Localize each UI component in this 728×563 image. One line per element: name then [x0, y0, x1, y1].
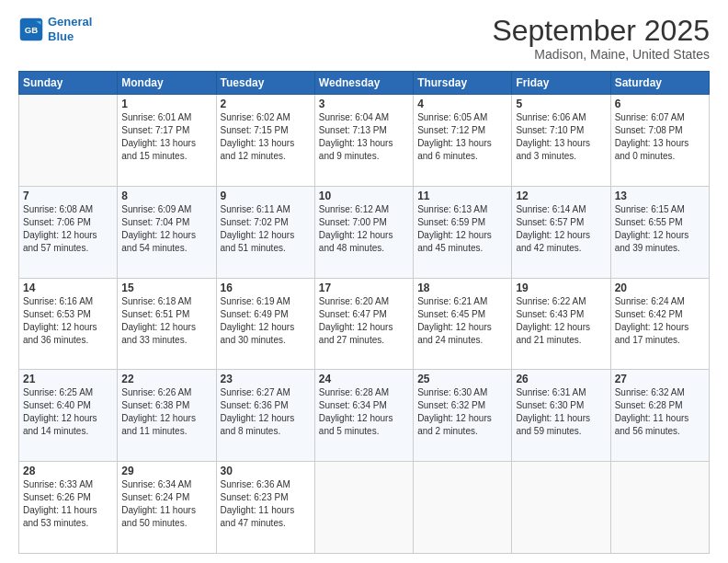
calendar-week-row: 14Sunrise: 6:16 AM Sunset: 6:53 PM Dayli…: [19, 278, 710, 370]
weekday-header: Monday: [118, 72, 216, 95]
day-number: 24: [319, 373, 409, 385]
day-number: 27: [615, 373, 705, 385]
cell-info: Sunrise: 6:15 AM Sunset: 6:55 PM Dayligh…: [615, 203, 705, 255]
title-block: September 2025 Madison, Maine, United St…: [492, 15, 710, 62]
cell-info: Sunrise: 6:05 AM Sunset: 7:12 PM Dayligh…: [417, 111, 507, 163]
cell-info: Sunrise: 6:22 AM Sunset: 6:43 PM Dayligh…: [516, 295, 606, 347]
day-number: 6: [615, 98, 705, 110]
day-number: 26: [516, 373, 606, 385]
logo: GB General Blue: [18, 15, 92, 43]
logo-line2: Blue: [48, 29, 74, 43]
calendar-cell: 12Sunrise: 6:14 AM Sunset: 6:57 PM Dayli…: [512, 186, 610, 278]
cell-info: Sunrise: 6:08 AM Sunset: 7:06 PM Dayligh…: [23, 203, 113, 255]
calendar-cell: 9Sunrise: 6:11 AM Sunset: 7:02 PM Daylig…: [216, 186, 314, 278]
cell-info: Sunrise: 6:11 AM Sunset: 7:02 PM Dayligh…: [221, 203, 311, 255]
day-number: 18: [417, 282, 507, 294]
calendar-week-row: 21Sunrise: 6:25 AM Sunset: 6:40 PM Dayli…: [19, 370, 710, 462]
day-number: 13: [615, 190, 705, 202]
calendar-cell: [314, 462, 413, 554]
calendar-cell: 1Sunrise: 6:01 AM Sunset: 7:17 PM Daylig…: [118, 95, 216, 187]
cell-info: Sunrise: 6:33 AM Sunset: 6:26 PM Dayligh…: [23, 478, 113, 530]
cell-info: Sunrise: 6:30 AM Sunset: 6:32 PM Dayligh…: [417, 386, 507, 438]
cell-info: Sunrise: 6:20 AM Sunset: 6:47 PM Dayligh…: [319, 295, 409, 347]
day-number: 20: [615, 282, 705, 294]
day-number: 22: [121, 373, 211, 385]
calendar-cell: 22Sunrise: 6:26 AM Sunset: 6:38 PM Dayli…: [118, 370, 216, 462]
weekday-header: Saturday: [610, 72, 709, 95]
calendar-cell: 28Sunrise: 6:33 AM Sunset: 6:26 PM Dayli…: [19, 462, 118, 554]
calendar-cell: 11Sunrise: 6:13 AM Sunset: 6:59 PM Dayli…: [414, 186, 512, 278]
calendar-cell: 16Sunrise: 6:19 AM Sunset: 6:49 PM Dayli…: [216, 278, 314, 370]
calendar-table: SundayMondayTuesdayWednesdayThursdayFrid…: [18, 71, 710, 554]
cell-info: Sunrise: 6:18 AM Sunset: 6:51 PM Dayligh…: [121, 295, 211, 347]
calendar-cell: 7Sunrise: 6:08 AM Sunset: 7:06 PM Daylig…: [19, 186, 118, 278]
day-number: 28: [23, 465, 113, 477]
calendar-cell: 10Sunrise: 6:12 AM Sunset: 7:00 PM Dayli…: [314, 186, 413, 278]
day-number: 11: [417, 190, 507, 202]
cell-info: Sunrise: 6:36 AM Sunset: 6:23 PM Dayligh…: [221, 478, 311, 530]
cell-info: Sunrise: 6:07 AM Sunset: 7:08 PM Dayligh…: [615, 111, 705, 163]
weekday-header: Friday: [512, 72, 610, 95]
cell-info: Sunrise: 6:04 AM Sunset: 7:13 PM Dayligh…: [319, 111, 409, 163]
calendar-cell: 19Sunrise: 6:22 AM Sunset: 6:43 PM Dayli…: [512, 278, 610, 370]
calendar-cell: 25Sunrise: 6:30 AM Sunset: 6:32 PM Dayli…: [414, 370, 512, 462]
calendar-week-row: 28Sunrise: 6:33 AM Sunset: 6:26 PM Dayli…: [19, 462, 710, 554]
svg-text:GB: GB: [25, 24, 38, 34]
calendar-cell: 18Sunrise: 6:21 AM Sunset: 6:45 PM Dayli…: [414, 278, 512, 370]
day-number: 1: [121, 98, 211, 110]
month-title: September 2025: [492, 15, 710, 47]
calendar-cell: 15Sunrise: 6:18 AM Sunset: 6:51 PM Dayli…: [118, 278, 216, 370]
calendar-cell: 4Sunrise: 6:05 AM Sunset: 7:12 PM Daylig…: [414, 95, 512, 187]
calendar-cell: 8Sunrise: 6:09 AM Sunset: 7:04 PM Daylig…: [118, 186, 216, 278]
day-number: 29: [121, 465, 211, 477]
day-number: 23: [221, 373, 311, 385]
logo-line1: General: [48, 15, 92, 29]
day-number: 10: [319, 190, 409, 202]
header: GB General Blue September 2025 Madison, …: [18, 15, 710, 62]
day-number: 4: [417, 98, 507, 110]
cell-info: Sunrise: 6:13 AM Sunset: 6:59 PM Dayligh…: [417, 203, 507, 255]
day-number: 21: [23, 373, 113, 385]
calendar-cell: [512, 462, 610, 554]
cell-info: Sunrise: 6:31 AM Sunset: 6:30 PM Dayligh…: [516, 386, 606, 438]
calendar-cell: 21Sunrise: 6:25 AM Sunset: 6:40 PM Dayli…: [19, 370, 118, 462]
cell-info: Sunrise: 6:06 AM Sunset: 7:10 PM Dayligh…: [516, 111, 606, 163]
day-number: 7: [23, 190, 113, 202]
calendar-cell: 26Sunrise: 6:31 AM Sunset: 6:30 PM Dayli…: [512, 370, 610, 462]
cell-info: Sunrise: 6:34 AM Sunset: 6:24 PM Dayligh…: [121, 478, 211, 530]
day-number: 19: [516, 282, 606, 294]
day-number: 2: [221, 98, 311, 110]
cell-info: Sunrise: 6:16 AM Sunset: 6:53 PM Dayligh…: [23, 295, 113, 347]
cell-info: Sunrise: 6:26 AM Sunset: 6:38 PM Dayligh…: [121, 386, 211, 438]
calendar-week-row: 1Sunrise: 6:01 AM Sunset: 7:17 PM Daylig…: [19, 95, 710, 187]
calendar-cell: 30Sunrise: 6:36 AM Sunset: 6:23 PM Dayli…: [216, 462, 314, 554]
page: GB General Blue September 2025 Madison, …: [0, 0, 728, 563]
calendar-cell: 5Sunrise: 6:06 AM Sunset: 7:10 PM Daylig…: [512, 95, 610, 187]
cell-info: Sunrise: 6:09 AM Sunset: 7:04 PM Dayligh…: [121, 203, 211, 255]
cell-info: Sunrise: 6:02 AM Sunset: 7:15 PM Dayligh…: [221, 111, 311, 163]
cell-info: Sunrise: 6:27 AM Sunset: 6:36 PM Dayligh…: [221, 386, 311, 438]
calendar-week-row: 7Sunrise: 6:08 AM Sunset: 7:06 PM Daylig…: [19, 186, 710, 278]
cell-info: Sunrise: 6:28 AM Sunset: 6:34 PM Dayligh…: [319, 386, 409, 438]
cell-info: Sunrise: 6:19 AM Sunset: 6:49 PM Dayligh…: [221, 295, 311, 347]
day-number: 15: [121, 282, 211, 294]
calendar-header-row: SundayMondayTuesdayWednesdayThursdayFrid…: [19, 72, 710, 95]
logo-text: General Blue: [48, 15, 92, 43]
calendar-cell: 29Sunrise: 6:34 AM Sunset: 6:24 PM Dayli…: [118, 462, 216, 554]
cell-info: Sunrise: 6:32 AM Sunset: 6:28 PM Dayligh…: [615, 386, 705, 438]
calendar-cell: 17Sunrise: 6:20 AM Sunset: 6:47 PM Dayli…: [314, 278, 413, 370]
calendar-cell: [19, 95, 118, 187]
cell-info: Sunrise: 6:24 AM Sunset: 6:42 PM Dayligh…: [615, 295, 705, 347]
day-number: 14: [23, 282, 113, 294]
cell-info: Sunrise: 6:14 AM Sunset: 6:57 PM Dayligh…: [516, 203, 606, 255]
day-number: 25: [417, 373, 507, 385]
calendar-cell: 13Sunrise: 6:15 AM Sunset: 6:55 PM Dayli…: [610, 186, 709, 278]
calendar-cell: 14Sunrise: 6:16 AM Sunset: 6:53 PM Dayli…: [19, 278, 118, 370]
weekday-header: Sunday: [19, 72, 118, 95]
day-number: 16: [221, 282, 311, 294]
calendar-cell: 6Sunrise: 6:07 AM Sunset: 7:08 PM Daylig…: [610, 95, 709, 187]
cell-info: Sunrise: 6:12 AM Sunset: 7:00 PM Dayligh…: [319, 203, 409, 255]
calendar-cell: 2Sunrise: 6:02 AM Sunset: 7:15 PM Daylig…: [216, 95, 314, 187]
day-number: 3: [319, 98, 409, 110]
day-number: 9: [221, 190, 311, 202]
